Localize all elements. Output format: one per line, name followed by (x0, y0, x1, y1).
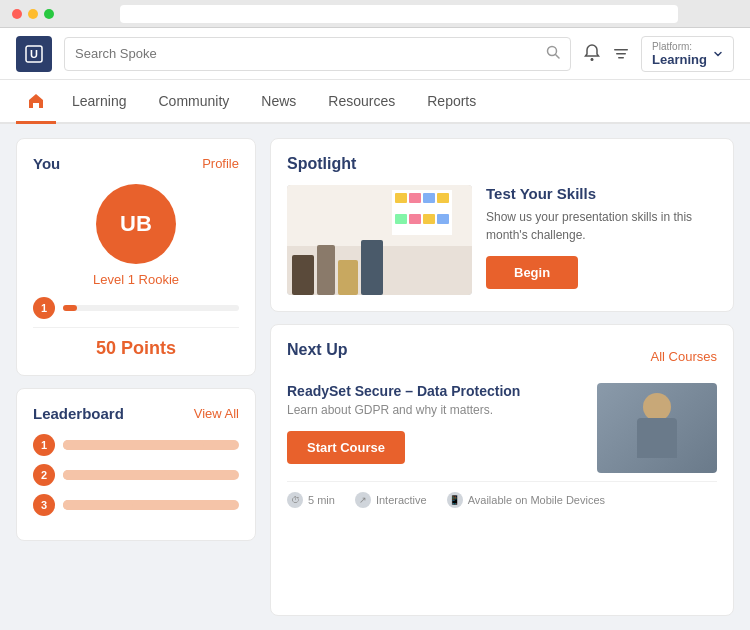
svg-line-3 (556, 54, 560, 58)
nav-bar: Learning Community News Resources Report… (0, 80, 750, 124)
mobile-icon: 📱 (447, 492, 463, 508)
lb-bar-3 (63, 500, 239, 510)
bell-icon[interactable] (583, 43, 601, 65)
svg-rect-7 (616, 53, 626, 55)
avatar-initials: UB (120, 211, 152, 237)
sticky-8 (437, 214, 449, 224)
nextup-card: Next Up All Courses ReadySet Secure – Da… (270, 324, 734, 616)
nextup-img-bg (597, 383, 717, 473)
you-card-header: You Profile (33, 155, 239, 172)
search-input[interactable] (75, 46, 538, 61)
spotlight-course-desc: Show us your presentation skills in this… (486, 208, 717, 244)
right-panel: Spotlight (270, 138, 734, 616)
top-right-controls: Platform: Learning (583, 36, 734, 72)
svg-text:U: U (30, 48, 38, 60)
leaderboard-card: Leaderboard View All 1 2 (16, 388, 256, 541)
svg-point-5 (591, 58, 594, 61)
you-label: You (33, 155, 60, 172)
person-4 (361, 240, 383, 295)
svg-rect-6 (614, 49, 628, 51)
nav-item-resources[interactable]: Resources (312, 80, 411, 124)
leaderboard-item-3: 3 (33, 494, 239, 516)
person-1 (292, 255, 314, 295)
meta-interactive: ↗ Interactive (355, 492, 427, 508)
points-section: 50 Points (33, 327, 239, 359)
rank-2-label: 2 (41, 469, 47, 481)
logo[interactable]: U (16, 36, 52, 72)
nav-item-news[interactable]: News (245, 80, 312, 124)
nav-home-button[interactable] (16, 80, 56, 124)
rank-3-label: 3 (41, 499, 47, 511)
platform-name: Learning (652, 52, 707, 67)
profile-link[interactable]: Profile (202, 156, 239, 171)
sticky-1 (395, 193, 407, 203)
person-2 (317, 245, 335, 295)
duration-label: 5 min (308, 494, 335, 506)
avatar: UB (96, 184, 176, 264)
nextup-header: Next Up All Courses (287, 341, 717, 371)
start-course-button[interactable]: Start Course (287, 431, 405, 464)
spotlight-text-section: Test Your Skills Show us your presentati… (486, 185, 717, 289)
address-bar[interactable] (120, 5, 678, 23)
main-content: You Profile UB Level 1 Rookie 1 50 Point… (0, 124, 750, 630)
sticky-board (392, 190, 452, 235)
leaderboard-item-1: 1 (33, 434, 239, 456)
begin-button[interactable]: Begin (486, 256, 578, 289)
rank-badge-3: 3 (33, 494, 55, 516)
avatar-section: UB Level 1 Rookie (33, 184, 239, 287)
rank-1-label: 1 (41, 439, 47, 451)
meta-mobile: 📱 Available on Mobile Devices (447, 492, 605, 508)
maximize-dot[interactable] (44, 9, 54, 19)
rank-number: 1 (41, 302, 47, 314)
all-courses-link[interactable]: All Courses (651, 349, 717, 364)
rank-indicator: 1 (33, 297, 55, 319)
filter-icon (613, 46, 629, 62)
spotlight-title: Spotlight (287, 155, 717, 173)
mobile-label: Available on Mobile Devices (468, 494, 605, 506)
left-panel: You Profile UB Level 1 Rookie 1 50 Point… (16, 138, 256, 616)
lb-fill-3 (63, 500, 133, 510)
search-icon[interactable] (546, 45, 560, 63)
lb-bar-1 (63, 440, 239, 450)
sticky-3 (423, 193, 435, 203)
nav-item-community[interactable]: Community (143, 80, 246, 124)
nav-item-learning[interactable]: Learning (56, 80, 143, 124)
progress-fill (63, 305, 77, 311)
interactive-icon: ↗ (355, 492, 371, 508)
sticky-6 (409, 214, 421, 224)
clock-icon: ⏱ (287, 492, 303, 508)
minimize-dot[interactable] (28, 9, 38, 19)
leaderboard-header: Leaderboard View All (33, 405, 239, 422)
people-row (287, 235, 472, 296)
office-scene (287, 185, 472, 295)
sticky-2 (409, 193, 421, 203)
nextup-course-title: ReadySet Secure – Data Protection (287, 383, 583, 399)
nextup-text-section: ReadySet Secure – Data Protection Learn … (287, 383, 583, 473)
rank-badge-2: 2 (33, 464, 55, 486)
nextup-title: Next Up (287, 341, 347, 359)
progress-bar (63, 305, 239, 311)
points-value: 50 Points (96, 338, 176, 358)
lb-fill-2 (63, 470, 169, 480)
sticky-7 (423, 214, 435, 224)
platform-selector[interactable]: Platform: Learning (641, 36, 734, 72)
close-dot[interactable] (12, 9, 22, 19)
sticky-4 (437, 193, 449, 203)
you-card: You Profile UB Level 1 Rookie 1 50 Point… (16, 138, 256, 376)
spotlight-image (287, 185, 472, 295)
lb-fill-1 (63, 440, 204, 450)
nav-item-reports[interactable]: Reports (411, 80, 492, 124)
lb-bar-2 (63, 470, 239, 480)
window-chrome (0, 0, 750, 28)
search-bar[interactable] (64, 37, 571, 71)
study-person (627, 388, 687, 468)
spotlight-card: Spotlight (270, 138, 734, 312)
level-label: Level 1 Rookie (93, 272, 179, 287)
nextup-course-desc: Learn about GDPR and why it matters. (287, 403, 583, 417)
platform-label: Platform: (652, 41, 707, 52)
rank-badge-1: 1 (33, 434, 55, 456)
view-all-link[interactable]: View All (194, 406, 239, 421)
study-body (637, 418, 677, 458)
nextup-image (597, 383, 717, 473)
meta-duration: ⏱ 5 min (287, 492, 335, 508)
